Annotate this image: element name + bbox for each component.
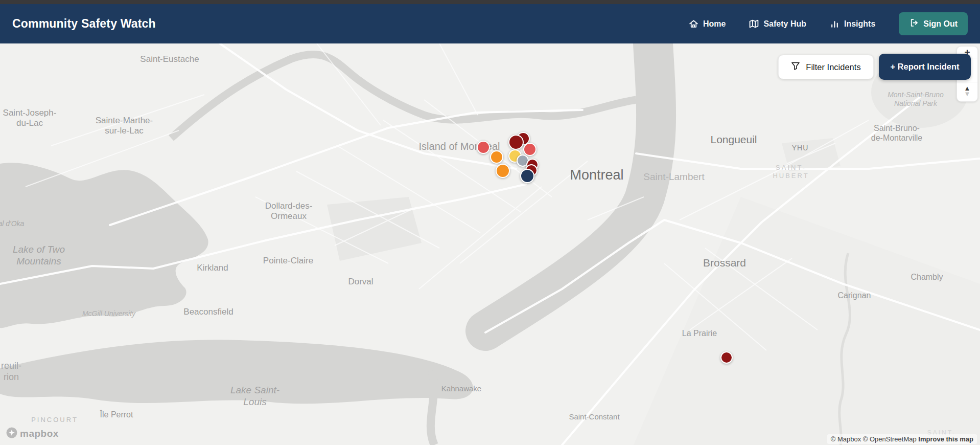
incident-marker[interactable] [520, 169, 534, 183]
funnel-icon [791, 61, 800, 73]
mapbox-logo-icon [6, 427, 17, 440]
basemap-graphics [0, 43, 980, 445]
nav-insights-label: Insights [844, 19, 875, 29]
map-canvas[interactable]: Saint-EustacheSaint-Joseph- du-LacSainte… [0, 43, 980, 445]
bar-chart-icon [830, 19, 839, 29]
sign-out-label: Sign Out [923, 19, 958, 29]
filter-incidents-button[interactable]: Filter Incidents [778, 55, 874, 79]
incident-marker[interactable] [523, 143, 536, 156]
nav-safety-hub-label: Safety Hub [763, 19, 806, 29]
improve-map-link[interactable]: Improve this map [918, 435, 973, 443]
map-attribution: © Mapbox © OpenStreetMap Improve this ma… [827, 434, 977, 444]
mapbox-logo[interactable]: mapbox [6, 427, 59, 440]
attribution-osm-link[interactable]: © OpenStreetMap [863, 435, 917, 443]
app-title: Community Safety Watch [12, 17, 156, 31]
app-window: Community Safety Watch Home Safety Hub I… [0, 0, 980, 445]
nav-safety-hub[interactable]: Safety Hub [749, 19, 806, 29]
pitch-control[interactable]: ▲ ▼ [957, 82, 977, 100]
home-icon [689, 19, 698, 29]
logout-icon [909, 18, 919, 30]
filter-incidents-label: Filter Incidents [806, 62, 860, 72]
sign-out-button[interactable]: Sign Out [899, 12, 968, 35]
report-incident-button[interactable]: + Report Incident [879, 54, 971, 80]
app-header: Community Safety Watch Home Safety Hub I… [0, 4, 980, 43]
window-chrome [0, 0, 980, 4]
incident-marker[interactable] [496, 164, 510, 178]
attribution-mapbox-link[interactable]: © Mapbox [831, 435, 861, 443]
incident-marker[interactable] [720, 351, 733, 364]
nav-home-label: Home [703, 19, 726, 29]
incident-marker[interactable] [477, 141, 490, 154]
map-icon [749, 19, 759, 29]
nav-home[interactable]: Home [689, 19, 726, 29]
main-nav: Home Safety Hub Insights Sign Out [689, 12, 968, 35]
arrow-down-icon: ▼ [964, 92, 971, 97]
nav-insights[interactable]: Insights [830, 19, 875, 29]
incident-marker[interactable] [490, 150, 503, 164]
incident-marker[interactable] [508, 135, 524, 150]
mapbox-logo-word: mapbox [20, 428, 59, 439]
